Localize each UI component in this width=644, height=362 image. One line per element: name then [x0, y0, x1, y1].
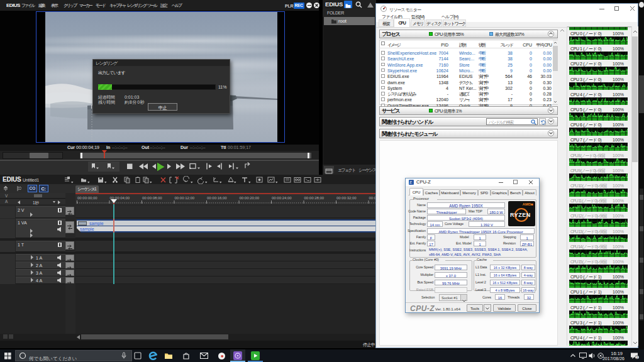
svg-text:00:00:28;00: 00:00:28;00: [304, 196, 325, 200]
svg-text:00:00:08;00: 00:00:08;00: [142, 196, 162, 200]
svg-text:00:00:20;00: 00:00:20;00: [240, 196, 260, 200]
svg-text:00:00:32;00: 00:00:32;00: [336, 196, 357, 200]
svg-text:00:00:12;00: 00:00:12;00: [175, 196, 195, 200]
svg-text:00:00:00;00: 00:00:00;00: [77, 196, 97, 200]
svg-text:00:00:24;00: 00:00:24;00: [272, 196, 292, 200]
svg-text:00:00:16;00: 00:00:16;00: [207, 196, 227, 200]
svg-text:2: 2: [636, 356, 638, 359]
svg-text:1秒: 1秒: [33, 200, 40, 206]
